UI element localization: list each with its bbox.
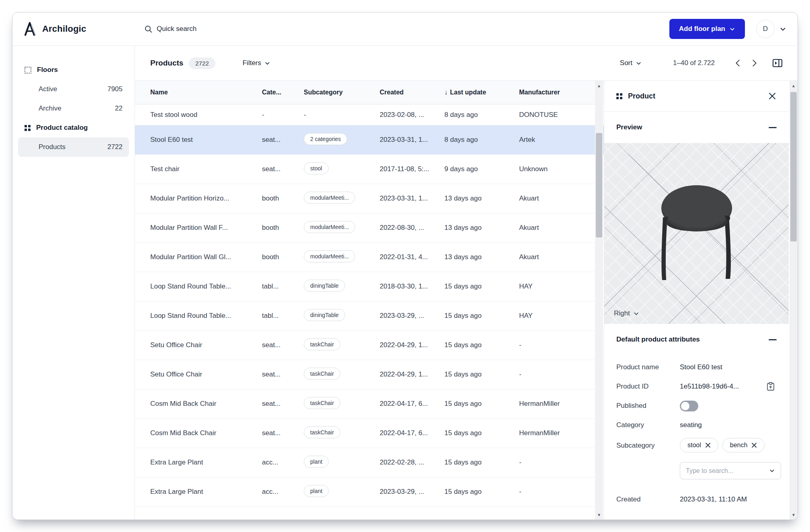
account-menu-chevron-icon[interactable] <box>779 26 786 33</box>
scroll-down-icon[interactable]: ▼ <box>790 511 798 519</box>
cell-subcategory: - <box>304 111 380 119</box>
scroll-up-icon[interactable]: ▲ <box>595 82 603 90</box>
cell-created: 2023-02-08, ... <box>380 111 444 119</box>
table-row[interactable]: Stool E60 testseat...2 categories2023-03… <box>135 125 604 155</box>
chevron-down-icon <box>729 26 735 32</box>
sidebar-item-count: 22 <box>115 104 123 113</box>
product-3d-preview[interactable]: Right <box>604 143 789 324</box>
panel-scrollbar-thumb[interactable] <box>790 92 797 241</box>
cell-name: Test chair <box>150 165 262 173</box>
preview-view-direction-button[interactable]: Right <box>614 309 639 317</box>
pagination-range: 1–40 of 2.722 <box>673 59 715 67</box>
table-row[interactable]: Cosm Mid Back Chairseat...taskChair2022-… <box>135 389 604 419</box>
add-floor-plan-button[interactable]: Add floor plan <box>669 19 745 39</box>
table-scrollbar-thumb[interactable] <box>596 133 602 237</box>
page-title: Products <box>150 59 183 68</box>
cell-last-update: 15 days ago <box>444 400 519 408</box>
published-toggle[interactable] <box>680 401 698 411</box>
cell-last-update: 15 days ago <box>444 312 519 320</box>
table-row[interactable]: Test stool wood--2023-02-08, ...8 days a… <box>135 104 604 125</box>
product-id-value: 1e511b98-19d6-4... <box>680 383 739 391</box>
cell-manufacturer: Akuart <box>519 224 604 232</box>
cell-category: seat... <box>262 165 304 173</box>
cell-category: seat... <box>262 429 304 437</box>
cell-last-update: 15 days ago <box>444 458 519 467</box>
remove-chip-icon[interactable] <box>751 442 757 448</box>
cell-manufacturer: HermanMiller <box>519 400 604 408</box>
preview-section-header: Preview <box>604 112 789 143</box>
subcategory-pill: taskChair <box>304 338 340 350</box>
avatar[interactable]: D <box>756 20 775 38</box>
preview-section-title: Preview <box>616 123 769 131</box>
attr-category: Category seating <box>616 415 777 435</box>
copy-product-id-icon[interactable] <box>766 382 775 391</box>
sidebar-item-products[interactable]: Products2722 <box>18 137 129 157</box>
cell-created: 2022-04-29, 1... <box>380 341 444 349</box>
toggle-side-panel-button[interactable] <box>769 55 785 71</box>
column-header-subcategory[interactable]: Subcategory <box>304 89 380 96</box>
sort-descending-icon: ↓ <box>444 89 448 96</box>
collapse-attributes-icon[interactable] <box>769 339 777 340</box>
subcategory-search-input[interactable] <box>686 467 769 475</box>
products-toolbar: Products 2722 Filters Sort 1–40 of 2.722 <box>135 46 798 81</box>
subcategory-search-select[interactable] <box>680 462 781 479</box>
cell-last-update: 15 days ago <box>444 488 519 496</box>
column-header-created[interactable]: Created <box>380 89 444 96</box>
cell-subcategory: diningTable <box>304 309 380 323</box>
column-header-name[interactable]: Name <box>150 89 262 96</box>
cell-category: tabl... <box>262 282 304 291</box>
table-row[interactable]: Modular Partition Wall F...boothmodularM… <box>135 213 604 243</box>
table-row[interactable]: Extra Large Plantacc...plant2023-03-29, … <box>135 477 604 507</box>
cell-manufacturer: - <box>519 370 604 379</box>
subcategory-pill: plant <box>304 485 329 497</box>
cell-name: Modular Partition Wall Gl... <box>150 253 262 261</box>
remove-chip-icon[interactable] <box>705 442 711 448</box>
column-header-last-update[interactable]: ↓Last update <box>444 89 519 96</box>
collapse-preview-icon[interactable] <box>769 127 777 128</box>
add-floor-plan-label: Add floor plan <box>679 25 725 33</box>
cell-name: Extra Large Plant <box>150 488 262 496</box>
table-row[interactable]: Cosm Mid Back Chairseat...taskChair2022-… <box>135 419 604 448</box>
sidebar-item-active[interactable]: Active7905 <box>18 80 129 99</box>
close-panel-icon[interactable] <box>768 92 777 100</box>
table-row[interactable]: Loop Stand Round Table...tabl...diningTa… <box>135 301 604 331</box>
column-header-manufacturer[interactable]: Manufacturer <box>519 89 592 96</box>
cell-manufacturer: Akuart <box>519 253 604 261</box>
table-row[interactable]: Setu Office Chairseat...taskChair2022-04… <box>135 360 604 389</box>
cell-subcategory: stool <box>304 162 380 176</box>
column-header-cate[interactable]: Cate... <box>262 89 304 96</box>
scroll-down-icon[interactable]: ▼ <box>595 511 603 519</box>
cell-subcategory: plant <box>304 456 380 470</box>
filters-button[interactable]: Filters <box>243 59 270 67</box>
sidebar-item-archive[interactable]: Archive22 <box>18 99 129 118</box>
panel-scrollbar[interactable]: ▲ ▼ <box>790 81 798 520</box>
cell-subcategory: modularMeeti... <box>304 250 380 264</box>
table-row[interactable]: Test chairseat...stool2017-11-08, 5:...9… <box>135 155 604 184</box>
scroll-up-icon[interactable]: ▲ <box>790 82 798 90</box>
sidebar-item-label: Active <box>39 85 107 93</box>
cell-last-update: 8 days ago <box>444 136 519 144</box>
sidebar-section-label: Product catalog <box>36 124 123 132</box>
table-body: Test stool wood--2023-02-08, ...8 days a… <box>135 104 604 520</box>
table-row[interactable]: Modular Partition Wall Gl...boothmodular… <box>135 243 604 272</box>
cell-manufacturer: HermanMiller <box>519 429 604 437</box>
next-page-button[interactable] <box>746 55 762 71</box>
table-row[interactable]: Extra Large Plantacc...plant2022-02-28, … <box>135 448 604 477</box>
subcategory-pill: modularMeeti... <box>304 250 355 262</box>
cell-manufacturer: - <box>519 341 604 349</box>
category-value: seating <box>680 421 702 429</box>
table-row[interactable] <box>135 507 604 520</box>
table-row[interactable]: Loop Stand Round Table...tabl...diningTa… <box>135 272 604 301</box>
cell-name: Modular Partition Wall F... <box>150 224 262 232</box>
table-row[interactable]: Setu Office Chairseat...taskChair2022-04… <box>135 331 604 360</box>
sort-button[interactable]: Sort <box>620 59 642 67</box>
table-scrollbar[interactable]: ▲ ▼ <box>595 81 603 520</box>
table-row[interactable]: Modular Partition Horizo...boothmodularM… <box>135 184 604 213</box>
cell-category: acc... <box>262 488 304 496</box>
cell-name: Cosm Mid Back Chair <box>150 429 262 437</box>
quick-search[interactable]: Quick search <box>144 25 196 33</box>
cell-subcategory: taskChair <box>304 338 380 352</box>
chevron-down-icon <box>769 468 775 474</box>
previous-page-button[interactable] <box>730 55 746 71</box>
cell-subcategory: modularMeeti... <box>304 192 380 206</box>
